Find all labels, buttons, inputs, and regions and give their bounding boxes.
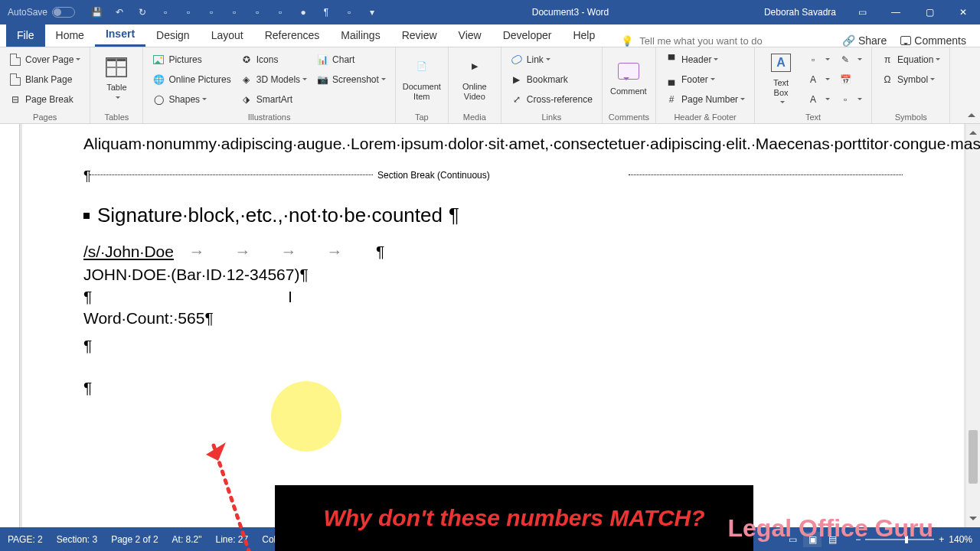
section-break: ¶ Section Break (Continuous) xyxy=(83,170,903,185)
undo-icon[interactable]: ↶ xyxy=(113,6,126,18)
titlebar: AutoSave 💾 ↶ ↻ ▫ ▫ ▫ ▫ ▫ ▫ ● ¶ ▫ ▾ Docum… xyxy=(0,0,980,24)
status-at[interactable]: At: 8.2" xyxy=(172,534,202,545)
document-title: Document3 - Word xyxy=(386,7,755,18)
symbol-button[interactable]: ΩSymbol xyxy=(878,70,943,89)
signature-line-button[interactable]: ✎ xyxy=(836,51,865,69)
comment-icon xyxy=(900,36,911,45)
group-label: Pages xyxy=(6,111,83,122)
qat-icon[interactable]: ▫ xyxy=(251,6,263,18)
drop-cap-button[interactable]: A xyxy=(804,90,833,109)
group-label: Text xyxy=(761,111,865,122)
autosave[interactable]: AutoSave xyxy=(0,7,83,18)
group-label: Tables xyxy=(96,111,136,122)
tab-developer[interactable]: Developer xyxy=(492,24,563,47)
group-label: Header & Footer xyxy=(662,111,748,122)
svg-line-0 xyxy=(214,445,260,551)
comments-button[interactable]: Comments xyxy=(900,34,966,47)
collapse-ribbon-icon[interactable] xyxy=(968,109,975,117)
tab-references[interactable]: References xyxy=(254,24,331,47)
status-page[interactable]: PAGE: 2 xyxy=(8,534,43,545)
qat-icon[interactable]: ▫ xyxy=(205,6,217,18)
tab-layout[interactable]: Layout xyxy=(201,24,254,47)
minimize-icon[interactable]: — xyxy=(879,0,913,24)
word-count-line: Word·Count:·565¶ xyxy=(83,308,903,329)
group-label: Media xyxy=(455,111,495,122)
header-button[interactable]: ▀Header xyxy=(662,51,748,69)
redo-icon[interactable]: ↻ xyxy=(136,6,149,18)
qat-icon[interactable]: ¶ xyxy=(320,6,332,18)
share-button[interactable]: 🔗 Share xyxy=(842,34,887,47)
date-time-button[interactable]: 📅 xyxy=(836,70,865,89)
icons-button[interactable]: ✪Icons xyxy=(237,51,310,69)
tab-review[interactable]: Review xyxy=(391,24,448,47)
ribbon: Cover Page Blank Page ⊟Page Break Pages … xyxy=(0,47,980,124)
empty-para: ¶ xyxy=(83,335,903,357)
tab-file[interactable]: File xyxy=(6,24,45,47)
scroll-down-icon[interactable] xyxy=(969,517,977,524)
vertical-scrollbar[interactable] xyxy=(966,124,980,527)
autosave-toggle[interactable] xyxy=(52,7,75,18)
cross-reference-button[interactable]: ⤢Cross-reference xyxy=(508,90,596,109)
qat-icon[interactable]: ▫ xyxy=(274,6,286,18)
cover-page-button[interactable]: Cover Page xyxy=(6,51,83,69)
vertical-ruler xyxy=(0,124,20,527)
models-button[interactable]: ◈3D Models xyxy=(237,70,310,89)
equation-button[interactable]: πEquation xyxy=(878,51,943,69)
comment-button[interactable]: Comment xyxy=(609,51,648,106)
qat-dropdown-icon[interactable]: ▾ xyxy=(366,6,378,18)
page-canvas[interactable]: Aliquam·nonummy·adipiscing·augue.·Lorem·… xyxy=(22,124,964,527)
object-button[interactable]: ▫ xyxy=(836,90,865,109)
page-number-button[interactable]: #Page Number xyxy=(662,90,748,109)
empty-para: ¶ I xyxy=(83,286,903,308)
online-pictures-button[interactable]: 🌐Online Pictures xyxy=(149,70,234,89)
status-section[interactable]: Section: 3 xyxy=(57,534,97,545)
close-icon[interactable]: ✕ xyxy=(946,0,980,24)
smartart-button[interactable]: ⬗SmartArt xyxy=(237,90,310,109)
tab-view[interactable]: View xyxy=(448,24,492,47)
tell-me-search[interactable]: 💡 Tell me what you want to do xyxy=(606,35,842,47)
ribbon-tabs: File Home Insert Design Layout Reference… xyxy=(0,24,980,47)
pictures-button[interactable]: Pictures xyxy=(149,51,234,69)
screenshot-button[interactable]: 📷Screenshot xyxy=(313,70,389,89)
signature-line: /s/·John·Doe → → → → ¶ xyxy=(83,243,903,261)
shapes-button[interactable]: ◯Shapes xyxy=(149,90,234,109)
table-button[interactable]: Table xyxy=(96,51,136,106)
bookmark-button[interactable]: ▶Bookmark xyxy=(508,70,596,89)
qat-icon[interactable]: ▫ xyxy=(228,6,240,18)
status-page-of[interactable]: Page 2 of 2 xyxy=(111,534,158,545)
body-paragraph: Aliquam·nonummy·adipiscing·augue.·Lorem·… xyxy=(83,133,903,155)
scroll-up-icon[interactable] xyxy=(969,127,977,135)
zoom-level[interactable]: 140% xyxy=(949,534,972,545)
tab-home[interactable]: Home xyxy=(45,24,95,47)
tab-insert[interactable]: Insert xyxy=(95,24,145,47)
quick-parts-button[interactable]: ▫ xyxy=(804,51,833,69)
new-icon[interactable]: ▫ xyxy=(159,6,172,18)
text-box-button[interactable]: AText Box xyxy=(761,51,801,106)
tab-mailings[interactable]: Mailings xyxy=(330,24,390,47)
page-break-button[interactable]: ⊟Page Break xyxy=(6,90,83,109)
scroll-thumb[interactable] xyxy=(969,430,978,484)
group-label: Illustrations xyxy=(149,111,388,122)
online-video-button[interactable]: ▶Online Video xyxy=(455,51,495,106)
tab-design[interactable]: Design xyxy=(145,24,201,47)
document-item-button[interactable]: 📄Document Item xyxy=(402,51,442,106)
user-name[interactable]: Deborah Savadra xyxy=(755,7,845,18)
save-icon[interactable]: 💾 xyxy=(90,6,103,18)
zoom-in-icon[interactable]: + xyxy=(939,534,944,545)
maximize-icon[interactable]: ▢ xyxy=(913,0,946,24)
chart-button[interactable]: 📊Chart xyxy=(313,51,389,69)
heading: Signature·block,·etc.,·not·to·be·counted… xyxy=(83,204,903,227)
watermark: Legal Office Guru xyxy=(728,514,933,543)
link-button[interactable]: Link xyxy=(508,51,596,69)
footer-button[interactable]: ▄Footer xyxy=(662,70,748,89)
qat-icon[interactable]: ▫ xyxy=(343,6,355,18)
tab-help[interactable]: Help xyxy=(562,24,606,47)
bar-id-line: JOHN·DOE·(Bar·ID·12-34567)¶ xyxy=(83,264,903,285)
qat-icon[interactable]: ● xyxy=(297,6,309,18)
ribbon-options-icon[interactable]: ▭ xyxy=(845,0,879,24)
blank-page-button[interactable]: Blank Page xyxy=(6,70,83,89)
open-icon[interactable]: ▫ xyxy=(182,6,194,18)
wordart-button[interactable]: A xyxy=(804,70,833,89)
document-area: Aliquam·nonummy·adipiscing·augue.·Lorem·… xyxy=(0,124,980,527)
group-label: Symbols xyxy=(878,111,943,122)
